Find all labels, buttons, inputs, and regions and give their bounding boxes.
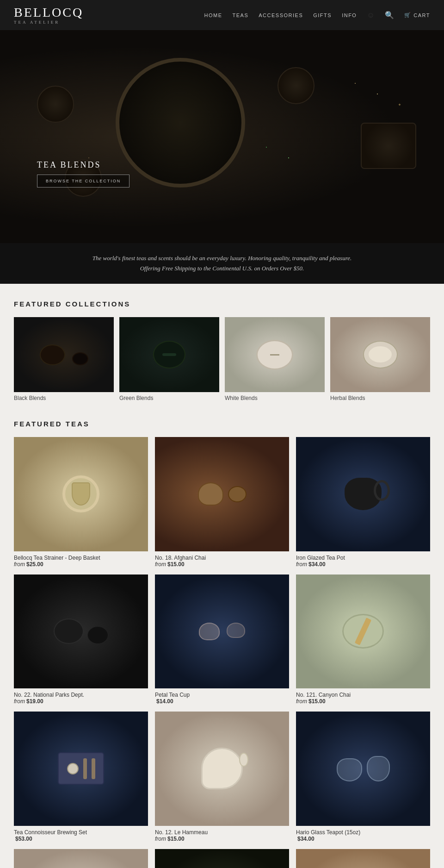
- hero-title: TEA BLENDS: [37, 160, 130, 170]
- tea-img-5: [296, 575, 430, 689]
- user-icon[interactable]: ☺: [367, 11, 374, 19]
- tea-img-7: [155, 712, 289, 826]
- hero-bowl-1: [37, 86, 74, 123]
- tea-img-6: [14, 712, 148, 826]
- tea-img-1: [155, 437, 289, 551]
- tea-name-5: No. 121. Canyon Chai: [296, 692, 430, 698]
- collections-grid: Black Blends Green Blends White: [14, 317, 430, 401]
- collection-label-green: Green Blends: [119, 395, 219, 401]
- collection-card-black[interactable]: Black Blends: [14, 317, 114, 401]
- tea-name-1: No. 18. Afghani Chai: [155, 555, 289, 561]
- tea-price-7: from$15.00: [155, 836, 289, 842]
- tea-card-8[interactable]: Hario Glass Teapot (15oz) $34.00: [296, 712, 430, 842]
- tea-img-9: [14, 849, 148, 868]
- tea-price-1: from$15.00: [155, 561, 289, 568]
- tea-name-2: Iron Glazed Tea Pot: [296, 555, 430, 561]
- brand-sub: TEA ATELIER: [14, 20, 60, 25]
- cart-button[interactable]: 🛒 CART: [404, 12, 430, 18]
- hero-section: TEA BLENDS BROWSE THE COLLECTION: [0, 30, 444, 243]
- tea-name-3: No. 22. National Parks Dept.: [14, 692, 148, 698]
- tea-card-11[interactable]: [296, 849, 430, 868]
- collection-label-white: White Blends: [225, 395, 325, 401]
- tea-card-4[interactable]: Petal Tea Cup $14.00: [155, 575, 289, 705]
- nav-home[interactable]: HOME: [204, 12, 222, 18]
- nav-links: HOME TEAS ACCESSORIES GIFTS INFO ☺ 🔍 🛒 C…: [204, 11, 430, 19]
- tea-price-5: from$15.00: [296, 698, 430, 705]
- hero-background: [0, 30, 444, 243]
- cart-icon: 🛒: [404, 12, 412, 18]
- tea-card-7[interactable]: No. 12. Le Hammeau from$15.00: [155, 712, 289, 842]
- cart-label: CART: [413, 12, 430, 18]
- hero-cta-button[interactable]: BROWSE THE COLLECTION: [37, 175, 130, 187]
- tagline-bar: The world's finest teas and scents shoul…: [0, 243, 444, 284]
- nav-accessories[interactable]: ACCESSORIES: [259, 12, 303, 18]
- collection-img-herbal: [330, 317, 430, 392]
- search-icon[interactable]: 🔍: [385, 11, 394, 19]
- collection-img-green: [119, 317, 219, 392]
- tea-price-3: from$19.00: [14, 698, 148, 705]
- tea-card-1[interactable]: No. 18. Afghani Chai from$15.00: [155, 437, 289, 568]
- tea-name-6: Tea Connoisseur Brewing Set: [14, 829, 148, 836]
- tea-price-6: $53.00: [14, 836, 148, 842]
- main-nav: BELLOCQ TEA ATELIER HOME TEAS ACCESSORIE…: [0, 0, 444, 30]
- main-content: FEATURED COLLECTIONS Black Blends: [0, 284, 444, 868]
- tagline-line1: The world's finest teas and scents shoul…: [92, 255, 352, 262]
- nav-gifts[interactable]: GIFTS: [313, 12, 332, 18]
- collection-card-green[interactable]: Green Blends: [119, 317, 219, 401]
- hero-bowl-3: [278, 67, 314, 104]
- tea-card-5[interactable]: No. 121. Canyon Chai from$15.00: [296, 575, 430, 705]
- tea-img-4: [155, 575, 289, 689]
- collection-img-black: [14, 317, 114, 392]
- collection-label-black: Black Blends: [14, 395, 114, 401]
- tea-img-8: [296, 712, 430, 826]
- tea-card-0[interactable]: Bellocq Tea Strainer - Deep Basket from$…: [14, 437, 148, 568]
- brand-logo[interactable]: BELLOCQ TEA ATELIER: [14, 6, 83, 25]
- tea-img-11: [296, 849, 430, 868]
- nav-info[interactable]: INFO: [342, 12, 357, 18]
- collection-card-white[interactable]: White Blends: [225, 317, 325, 401]
- tea-img-10: [155, 849, 289, 868]
- tea-name-7: No. 12. Le Hammeau: [155, 829, 289, 836]
- tea-card-6[interactable]: Tea Connoisseur Brewing Set $53.00: [14, 712, 148, 842]
- tea-name-0: Bellocq Tea Strainer - Deep Basket: [14, 555, 148, 561]
- tea-card-2[interactable]: Iron Glazed Tea Pot from$34.00: [296, 437, 430, 568]
- tea-price-8: $34.00: [296, 836, 430, 842]
- tea-img-2: [296, 437, 430, 551]
- hero-plate: [116, 58, 245, 187]
- tea-price-2: from$34.00: [296, 561, 430, 568]
- collection-img-white: [225, 317, 325, 392]
- teas-grid: Bellocq Tea Strainer - Deep Basket from$…: [14, 437, 430, 868]
- teas-section-title: FEATURED TEAS: [14, 420, 430, 428]
- tea-price-0: from$25.00: [14, 561, 148, 568]
- nav-teas[interactable]: TEAS: [233, 12, 249, 18]
- tea-price-4: $14.00: [155, 698, 289, 705]
- tea-name-4: Petal Tea Cup: [155, 692, 289, 698]
- collection-label-herbal: Herbal Blends: [330, 395, 430, 401]
- collections-section-title: FEATURED COLLECTIONS: [14, 300, 430, 308]
- brand-name: BELLOCQ: [14, 6, 83, 19]
- tea-name-8: Hario Glass Teapot (15oz): [296, 829, 430, 836]
- tagline-line2: Offering Free Shipping to the Continenta…: [140, 265, 304, 272]
- tea-img-3: [14, 575, 148, 689]
- hero-bowl-4: [361, 123, 416, 169]
- hero-text: TEA BLENDS BROWSE THE COLLECTION: [37, 160, 130, 187]
- tea-card-3[interactable]: No. 22. National Parks Dept. from$19.00: [14, 575, 148, 705]
- collection-card-herbal[interactable]: Herbal Blends: [330, 317, 430, 401]
- tea-card-10[interactable]: [155, 849, 289, 868]
- tea-card-9[interactable]: [14, 849, 148, 868]
- teapot-shape: [345, 478, 382, 510]
- tea-img-0: [14, 437, 148, 551]
